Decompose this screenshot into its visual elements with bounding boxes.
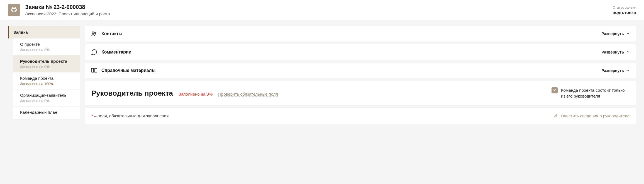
checkbox-label: Команда проекта состоит только из его ру…: [561, 87, 630, 99]
sidebar-item-label: Команда проекта: [20, 76, 76, 81]
section-header: Руководитель проекта Заполнено на 0% Про…: [91, 87, 630, 99]
sidebar-item-calendar[interactable]: Календарный план: [13, 106, 80, 119]
panel-title: Справочные материалы: [101, 68, 155, 73]
status-value: подготовка: [613, 10, 636, 15]
expand-toggle[interactable]: Развернуть: [601, 68, 630, 73]
sidebar-item-label: Руководитель проекта: [20, 59, 76, 64]
required-note: * – поля, обязательные для заполнения: [91, 113, 169, 118]
team-only-leader-checkbox[interactable]: [552, 87, 558, 93]
sidebar-item-leader[interactable]: Руководитель проекта Заполнено на 0%: [13, 55, 80, 72]
print-button[interactable]: [8, 4, 20, 16]
section-fill-status: Заполнено на 0%: [179, 92, 213, 96]
sidebar: Заявка О проекте Заполнено на 8% Руковод…: [8, 26, 80, 124]
application-subtitle: Экспансия-2023: Проект инноваций и роста: [25, 11, 110, 16]
clear-label: Очистить сведения о руководителе: [561, 113, 630, 118]
sidebar-header: Заявка: [8, 26, 80, 38]
page-header: Заявка № 23-2-000038 Экспансия-2023: Про…: [0, 0, 644, 20]
svg-point-2: [92, 32, 94, 33]
status-label: Статус заявки: [613, 5, 636, 9]
main: Контакты Развернуть Комментарии Разверну…: [85, 26, 636, 124]
printer-icon: [11, 6, 17, 14]
panel-title: Комментарии: [101, 50, 131, 55]
expand-label: Развернуть: [601, 50, 624, 54]
footer-row: * – поля, обязательные для заполнения Оч…: [85, 108, 636, 124]
sidebar-item-label: Календарный план: [20, 110, 76, 115]
content: Заявка О проекте Заполнено на 8% Руковод…: [0, 20, 644, 129]
sidebar-item-progress: Заполнено на 0%: [20, 65, 76, 69]
people-icon: [91, 30, 97, 37]
panel-title: Контакты: [101, 31, 122, 36]
chevron-down-icon: [626, 50, 630, 55]
status-block: Статус заявки подготовка: [613, 5, 636, 15]
section-title: Руководитель проекта: [91, 89, 173, 98]
check-icon: [553, 88, 557, 93]
chevron-down-icon: [626, 68, 630, 73]
panel-left: Комментарии: [91, 49, 131, 55]
required-text: – поля, обязательные для заполнения: [93, 113, 169, 118]
svg-point-3: [95, 32, 96, 34]
sidebar-item-about[interactable]: О проекте Заполнено на 8%: [13, 38, 80, 55]
panel-contacts[interactable]: Контакты Развернуть: [85, 26, 636, 42]
header-titles: Заявка № 23-2-000038 Экспансия-2023: Про…: [25, 4, 110, 16]
check-required-link[interactable]: Проверить обязательные поля: [218, 92, 278, 97]
expand-label: Развернуть: [601, 32, 624, 36]
team-only-leader-block: Команда проекта состоит только из его ру…: [552, 87, 630, 99]
chevron-down-icon: [626, 32, 630, 36]
sidebar-item-progress: Заполнено на 8%: [20, 48, 76, 52]
book-icon: [91, 67, 97, 74]
broom-icon: [553, 113, 558, 119]
section-header-left: Руководитель проекта Заполнено на 0% Про…: [91, 89, 278, 98]
panel-comments[interactable]: Комментарии Развернуть: [85, 44, 636, 60]
sidebar-item-label: Организация-заявитель: [20, 93, 76, 98]
panel-left: Справочные материалы: [91, 67, 155, 74]
svg-rect-0: [13, 7, 16, 9]
sidebar-item-team[interactable]: Команда проекта Заполнено на 100%: [13, 72, 80, 89]
sidebar-item-label: О проекте: [20, 42, 76, 47]
panel-left: Контакты: [91, 30, 122, 37]
panel-references[interactable]: Справочные материалы Развернуть: [85, 63, 636, 78]
sidebar-item-progress: Заполнено на 100%: [20, 82, 76, 86]
clear-leader-button[interactable]: Очистить сведения о руководителе: [553, 113, 630, 119]
svg-rect-1: [13, 10, 16, 12]
expand-label: Развернуть: [601, 68, 624, 73]
section-leader: Руководитель проекта Заполнено на 0% Про…: [85, 81, 636, 105]
expand-toggle[interactable]: Развернуть: [601, 50, 630, 55]
chat-icon: [91, 49, 97, 55]
sidebar-item-org[interactable]: Организация-заявитель Заполнено на 0%: [13, 89, 80, 106]
application-title: Заявка № 23-2-000038: [25, 4, 110, 10]
sidebar-item-progress: Заполнено на 0%: [20, 99, 76, 103]
expand-toggle[interactable]: Развернуть: [601, 32, 630, 36]
header-left: Заявка № 23-2-000038 Экспансия-2023: Про…: [8, 4, 110, 16]
